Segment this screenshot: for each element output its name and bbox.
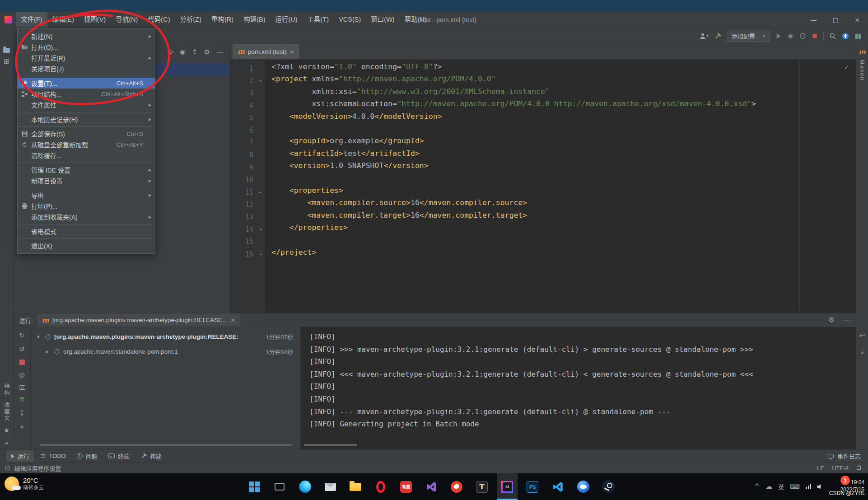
import-icon[interactable]: ↧: [19, 410, 25, 417]
camera-icon[interactable]: [19, 385, 25, 390]
inspections-ok-icon[interactable]: ✓: [844, 63, 849, 71]
file-menu-item[interactable]: 导出▶: [18, 190, 155, 201]
stop-icon[interactable]: [812, 33, 818, 39]
run-console[interactable]: [INFO][INFO] >>> maven-archetype-plugin:…: [300, 327, 856, 449]
ime-indicator[interactable]: 英: [778, 482, 784, 491]
filter-icon[interactable]: ◎: [19, 372, 25, 379]
grid-icon[interactable]: ⊞: [4, 58, 9, 65]
profiler-icon[interactable]: [799, 33, 806, 39]
run-icon[interactable]: [775, 33, 782, 39]
fold-marker-icon[interactable]: ›: [257, 229, 264, 230]
hammer-icon[interactable]: [714, 33, 721, 40]
fold-marker-icon[interactable]: ›: [257, 192, 264, 193]
cloud-icon[interactable]: ☁: [765, 483, 772, 490]
editor-tab-pom-xml[interactable]: m pom.xml (test) ×: [233, 44, 299, 59]
file-menu-item[interactable]: 本地历史记录(H)▶: [18, 114, 155, 125]
steam-icon[interactable]: [598, 473, 619, 500]
tool-window-stripe-label[interactable]: 结构: [2, 383, 11, 396]
start-button[interactable]: [244, 473, 265, 500]
code-editor[interactable]: 12›34567891011›121314›1516› <?xml versio…: [230, 60, 856, 313]
menubar-item[interactable]: 编辑(E): [47, 12, 79, 28]
debug-icon[interactable]: [787, 33, 794, 39]
readonly-lock-icon[interactable]: [857, 467, 861, 470]
photoshop-icon[interactable]: Ps: [522, 473, 543, 500]
run-config-tab[interactable]: m [org.apache.maven.plugins:maven-archet…: [37, 313, 240, 327]
tool-window-tab-构建[interactable]: 构建: [136, 450, 166, 462]
tool-window-tab-终端[interactable]: 终端: [104, 450, 134, 462]
menubar-item[interactable]: 重构(R): [206, 12, 238, 28]
add-configuration-button[interactable]: 添加配置...▾: [727, 31, 770, 42]
tool-window-stripe-label[interactable]: 收藏夹: [2, 402, 11, 422]
file-menu-item[interactable]: 清除缓存...: [18, 150, 155, 161]
file-explorer-icon[interactable]: [345, 473, 366, 500]
more-icon[interactable]: »: [20, 424, 24, 430]
tool-window-tab-TODO[interactable]: ≡TODO: [36, 450, 70, 462]
intellij-idea-icon[interactable]: IJ: [497, 473, 518, 500]
tree-expand-icon[interactable]: ▸: [44, 349, 51, 355]
stop-run-icon[interactable]: [19, 360, 25, 365]
update-icon[interactable]: [842, 33, 849, 40]
visual-studio-icon[interactable]: [421, 473, 442, 500]
file-menu-item[interactable]: 全部保存(S)Ctrl+S: [18, 128, 155, 139]
menubar-item[interactable]: 窗口(W): [366, 12, 399, 28]
blue-globe-icon[interactable]: [573, 473, 593, 500]
vscode-icon[interactable]: [547, 473, 568, 500]
soft-wrap-icon[interactable]: ↩: [859, 332, 865, 339]
hide-icon[interactable]: —: [843, 317, 849, 323]
minimize-button[interactable]: —: [803, 12, 825, 28]
gift-icon[interactable]: [854, 33, 862, 40]
tool-windows-icon[interactable]: ⊡: [5, 465, 10, 472]
menubar-item[interactable]: 构建(B): [238, 12, 270, 28]
favorite-star-icon[interactable]: ★: [4, 427, 9, 434]
file-menu-item[interactable]: 省电模式: [18, 226, 155, 237]
opera-icon[interactable]: [370, 473, 391, 500]
run-tree-row[interactable]: ▸org.apache.maven:standalone-pom:pom:11分…: [31, 344, 300, 359]
chevron-up-icon[interactable]: ^: [754, 483, 760, 490]
fold-marker-icon[interactable]: ›: [257, 80, 264, 82]
console-horizontal-scrollbar[interactable]: [304, 444, 357, 446]
file-menu-item[interactable]: 关闭项目(J): [18, 63, 155, 74]
settings-icon[interactable]: ⚙: [204, 49, 210, 56]
settings-icon[interactable]: ⚙: [829, 317, 835, 323]
collapse-all-icon[interactable]: ↥: [192, 49, 198, 56]
close-tab-icon[interactable]: ×: [231, 317, 236, 323]
edge-icon[interactable]: [294, 473, 315, 500]
more-icon[interactable]: »: [5, 440, 9, 447]
youdao-icon[interactable]: 有道: [396, 473, 416, 500]
locate-icon[interactable]: ◉: [180, 49, 186, 56]
fold-marker-icon[interactable]: ›: [257, 253, 264, 255]
maximize-button[interactable]: □: [825, 12, 846, 28]
keyboard-icon[interactable]: ⌨: [790, 483, 800, 490]
tree-horizontal-scrollbar[interactable]: [40, 444, 293, 446]
file-menu-item[interactable]: 设置(T)...Ctrl+Alt+S: [18, 78, 155, 89]
menubar-item[interactable]: 文件(F): [16, 12, 47, 28]
hide-icon[interactable]: —: [216, 49, 223, 56]
file-menu-item[interactable]: 文件属性▶: [18, 99, 155, 110]
file-menu-item[interactable]: 从磁盘全部重新加载Ctrl+Alt+Y: [18, 139, 155, 150]
encoding-indicator[interactable]: UTF-8: [832, 465, 849, 472]
rerun-icon[interactable]: ↻: [19, 332, 25, 339]
expand-all-icon[interactable]: ⇈: [19, 397, 25, 403]
menubar-item[interactable]: 视图(V): [79, 12, 111, 28]
menubar-item[interactable]: 运行(U): [270, 12, 302, 28]
file-menu-item[interactable]: 打开(O)...: [18, 42, 155, 52]
task-view-button[interactable]: [269, 473, 290, 500]
menubar-item[interactable]: 代码(C): [143, 12, 175, 28]
menubar-item[interactable]: 分析(Z): [175, 12, 206, 28]
weather-widget[interactable]: 20°C 晴转多云: [5, 477, 44, 491]
close-button[interactable]: ×: [846, 12, 868, 28]
typora-icon[interactable]: T: [471, 473, 492, 500]
mail-icon[interactable]: [320, 473, 341, 500]
user-icon[interactable]: ▾: [699, 33, 709, 40]
flame-app-icon[interactable]: [446, 473, 467, 500]
search-icon[interactable]: [829, 33, 836, 40]
run-tree-row[interactable]: ▾[org.apache.maven.plugins:maven-archety…: [31, 329, 300, 344]
tool-window-tab-运行[interactable]: 运行: [6, 450, 34, 462]
file-menu-item[interactable]: 退出(X): [18, 240, 155, 251]
tool-window-tab-问题[interactable]: !问题: [72, 450, 102, 462]
file-menu-item[interactable]: 项目结构...Ctrl+Alt+Shift+S: [18, 89, 155, 99]
line-separator-indicator[interactable]: LF: [817, 465, 824, 472]
file-menu-item[interactable]: 打开最近(R)▶: [18, 52, 155, 63]
network-icon[interactable]: [806, 484, 811, 489]
menubar-item[interactable]: 工具(T): [303, 12, 334, 28]
